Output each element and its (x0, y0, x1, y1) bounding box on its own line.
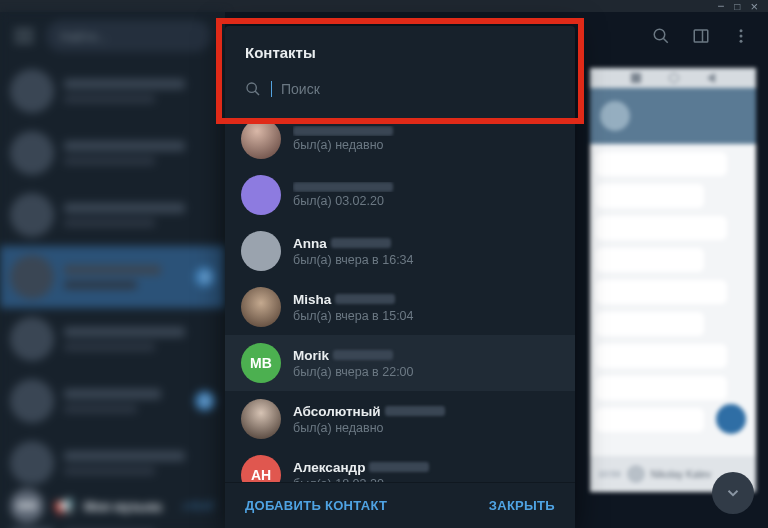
contact-item[interactable]: МВMorikбыл(а) вчера в 22:00 (225, 335, 575, 391)
phone-bottom-time: 10:59 (598, 469, 621, 479)
scroll-down-fab[interactable] (712, 472, 754, 514)
contacts-search-input[interactable] (281, 81, 555, 97)
contact-status: был(а) вчера в 16:34 (293, 253, 559, 267)
contact-item[interactable]: Mishaбыл(а) вчера в 15:04 (225, 279, 575, 335)
phone-navbar (590, 68, 756, 88)
contacts-footer: ДОБАВИТЬ КОНТАКТ ЗАКРЫТЬ (225, 482, 575, 528)
phone-chat-header (590, 88, 756, 144)
sidebar-footer: ММ 📢 Моя музыка ✓✓ 9:47 (0, 484, 225, 528)
contact-item[interactable]: был(а) 03.02.20 (225, 167, 575, 223)
phone-bottom-name: Nikolay Kalev (651, 469, 712, 480)
contact-avatar (241, 399, 281, 439)
chat-item[interactable]: 3 (0, 370, 225, 432)
chat-item[interactable] (0, 122, 225, 184)
chat-item[interactable]: 3 (0, 246, 225, 308)
contact-status: был(а) вчера в 15:04 (293, 309, 559, 323)
footer-time: 9:47 (194, 500, 215, 512)
chat-item[interactable] (0, 60, 225, 122)
svg-point-6 (740, 40, 743, 43)
menu-icon[interactable] (14, 29, 34, 43)
search-icon[interactable] (652, 27, 670, 45)
footer-avatar: ММ (10, 489, 44, 523)
contact-name: Morik (293, 348, 559, 363)
contact-item[interactable]: Абсолютныйбыл(а) недавно (225, 391, 575, 447)
contact-name (293, 182, 559, 192)
contact-item[interactable]: был(а) недавно (225, 111, 575, 167)
svg-point-5 (740, 35, 743, 38)
contacts-list: был(а) недавнобыл(а) 03.02.20Annaбыл(а) … (225, 111, 575, 482)
contact-avatar (241, 287, 281, 327)
contacts-search-row (225, 73, 575, 111)
svg-rect-2 (694, 30, 708, 42)
contact-name: Александр (293, 460, 559, 475)
global-search-input[interactable]: Найти... (46, 20, 211, 52)
search-icon (245, 81, 261, 97)
footer-chat-name[interactable]: Моя музыка (84, 499, 162, 514)
sidebar-header: Найти... (0, 12, 225, 60)
more-icon[interactable] (732, 27, 750, 45)
svg-point-4 (740, 29, 743, 32)
contact-avatar (241, 231, 281, 271)
contact-avatar: АН (241, 455, 281, 482)
contact-name: Anna (293, 236, 559, 251)
contact-name: Абсолютный (293, 404, 559, 419)
contact-avatar: МВ (241, 343, 281, 383)
maximize-button[interactable]: □ (734, 1, 740, 12)
read-ticks-icon: ✓✓ (181, 500, 191, 513)
phone-preview: 10:59 Nikolay Kalev (590, 68, 756, 492)
svg-point-0 (654, 29, 665, 40)
contact-status: был(а) вчера в 22:00 (293, 365, 559, 379)
text-cursor (271, 81, 272, 97)
contact-name: Misha (293, 292, 559, 307)
contacts-header: Контакты (225, 26, 575, 73)
contact-avatar (241, 175, 281, 215)
contact-item[interactable]: АНАлександрбыл(а) 18.03.20 (225, 447, 575, 482)
add-contact-button[interactable]: ДОБАВИТЬ КОНТАКТ (245, 498, 387, 513)
contact-status: был(а) недавно (293, 138, 559, 152)
app-root: Найти... 33 ММ 📢 Моя музыка ✓✓ 9:47 (0, 12, 768, 528)
svg-point-7 (247, 83, 256, 92)
close-button[interactable]: ЗАКРЫТЬ (489, 498, 555, 513)
svg-line-8 (255, 91, 259, 95)
window-titlebar: − □ × (0, 0, 768, 12)
chat-item[interactable] (0, 184, 225, 246)
contacts-title: Контакты (245, 44, 555, 61)
svg-line-1 (663, 38, 668, 43)
contacts-modal: Контакты был(а) недавнобыл(а) 03.02.20An… (225, 26, 575, 528)
chat-sidebar: Найти... 33 ММ 📢 Моя музыка ✓✓ 9:47 (0, 12, 225, 528)
contact-name (293, 126, 559, 136)
phone-fab-icon (716, 404, 746, 434)
contact-status: был(а) недавно (293, 421, 559, 435)
contact-status: был(а) 03.02.20 (293, 194, 559, 208)
contact-item[interactable]: Annaбыл(а) вчера в 16:34 (225, 223, 575, 279)
contact-avatar (241, 119, 281, 159)
chat-item[interactable] (0, 308, 225, 370)
sidebar-toggle-icon[interactable] (692, 27, 710, 45)
